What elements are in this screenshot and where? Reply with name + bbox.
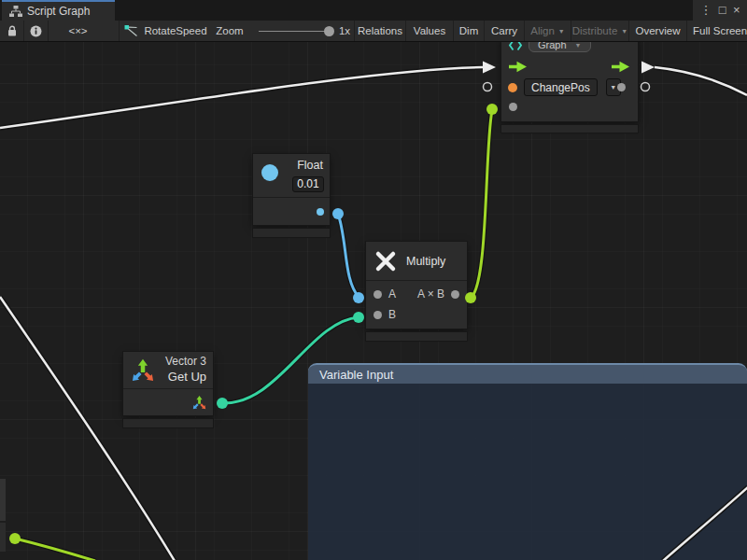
group-title: Variable Input [319, 368, 393, 382]
float-node-header: Float 0.01 [253, 154, 330, 198]
code-view-toggle[interactable]: <×> [48, 21, 107, 41]
fallback-input-port[interactable] [509, 103, 517, 111]
overview-button[interactable]: Overview [628, 21, 686, 41]
float-node-footer [253, 229, 330, 237]
get-up-node-title: Get Up [165, 370, 206, 384]
align-button[interactable]: Align▼ [524, 21, 571, 41]
multiply-icon [374, 249, 398, 273]
relations-button[interactable]: Relations [354, 21, 405, 41]
offscreen-node-body[interactable] [0, 523, 6, 552]
script-graph-icon [9, 6, 22, 17]
control-input-port[interactable] [509, 61, 528, 73]
tab-bar: Script Graph ⋮ □ × [0, 0, 747, 21]
multiply-node-footer [366, 332, 467, 341]
distribute-button[interactable]: Distribute▼ [571, 21, 628, 41]
group-header[interactable]: Variable Input [308, 363, 747, 384]
group-body [308, 384, 747, 560]
get-up-node-footer [123, 419, 213, 427]
offscreen-node-header[interactable] [0, 479, 6, 521]
multiply-output-port[interactable] [451, 290, 459, 299]
variable-output-row [617, 83, 626, 91]
get-up-type-label: Vector 3 [165, 355, 206, 368]
inspect-button[interactable] [23, 21, 48, 41]
multiply-input-a-row: A [374, 287, 396, 301]
chevron-down-icon: ▼ [610, 84, 616, 91]
graph-name-label: RotateSpeed [144, 25, 206, 36]
tab-script-graph[interactable]: Script Graph [2, 0, 115, 21]
carry-button[interactable]: Carry [484, 21, 524, 41]
graph-asset-icon [124, 24, 138, 37]
multiply-input-b-row: B [374, 308, 396, 321]
code-toggle-icon: <×> [68, 25, 87, 36]
window-controls: ⋮ □ × [693, 0, 747, 21]
get-up-node-header: Vector 3 Get Up [123, 352, 213, 389]
control-flow-in-icon [509, 61, 528, 73]
variable-name-field[interactable]: ChangePos [524, 78, 598, 96]
zoom-slider-handle[interactable] [324, 26, 334, 36]
variable-value-port[interactable] [508, 83, 517, 92]
float-type-icon [261, 164, 278, 181]
graph-toolbar: <×> RotateSpeed Zoom 1x Relations Values… [0, 21, 747, 42]
control-flow-out-icon [612, 61, 630, 73]
multiply-node[interactable]: Multiply A A × B B [366, 242, 467, 329]
zoom-slider-track[interactable] [259, 31, 333, 32]
multiply-input-b-label: B [388, 308, 396, 321]
float-value-field[interactable]: 0.01 [292, 176, 324, 192]
chevron-down-icon: ▼ [621, 28, 627, 35]
info-icon [30, 25, 42, 37]
lock-button[interactable] [2, 21, 22, 41]
values-button[interactable]: Values [405, 21, 453, 41]
lock-icon [7, 25, 17, 37]
get-up-node[interactable]: Vector 3 Get Up [123, 352, 213, 415]
tab-label: Script Graph [27, 5, 90, 18]
multiply-input-a-port[interactable] [374, 290, 382, 299]
zoom-value: 1x [336, 21, 353, 41]
variable-input-group[interactable]: Variable Input [308, 363, 747, 560]
chevron-down-icon: ▼ [558, 28, 565, 35]
full-screen-button[interactable]: Full Screen [686, 21, 747, 41]
maximize-icon[interactable]: □ [719, 0, 726, 21]
chevron-down-icon: ▼ [575, 42, 582, 49]
multiply-input-b-port[interactable] [374, 311, 382, 319]
script-graph-window: Variable Input Float 0.01 Multiply A A [0, 0, 747, 560]
menu-icon[interactable]: ⋮ [699, 0, 712, 21]
vector3-output-port[interactable] [191, 395, 207, 411]
set-variable-node[interactable]: Graph ▼ ChangePos ▼ [501, 35, 638, 121]
variable-row: ChangePos ▼ [508, 78, 621, 96]
float-output-port[interactable] [317, 208, 324, 216]
multiply-input-a-label: A [388, 287, 396, 301]
variable-output-port[interactable] [617, 83, 626, 91]
multiply-output-row: A × B [417, 287, 459, 301]
dim-button[interactable]: Dim [453, 21, 484, 41]
graph-name-item[interactable]: RotateSpeed [119, 21, 212, 41]
control-output-port[interactable] [612, 61, 630, 73]
multiply-node-header: Multiply [366, 242, 467, 281]
vector3-icon [130, 357, 156, 384]
close-icon[interactable]: × [733, 0, 740, 21]
float-node-title: Float [297, 159, 323, 172]
zoom-label: Zoom [213, 21, 247, 41]
set-variable-node-footer [501, 125, 638, 133]
float-node[interactable]: Float 0.01 [253, 154, 330, 225]
float-output-row [253, 199, 330, 225]
get-up-output-row [123, 390, 213, 415]
multiply-output-label: A × B [417, 287, 444, 301]
fallback-input-row [509, 103, 517, 111]
multiply-node-title: Multiply [406, 255, 445, 268]
